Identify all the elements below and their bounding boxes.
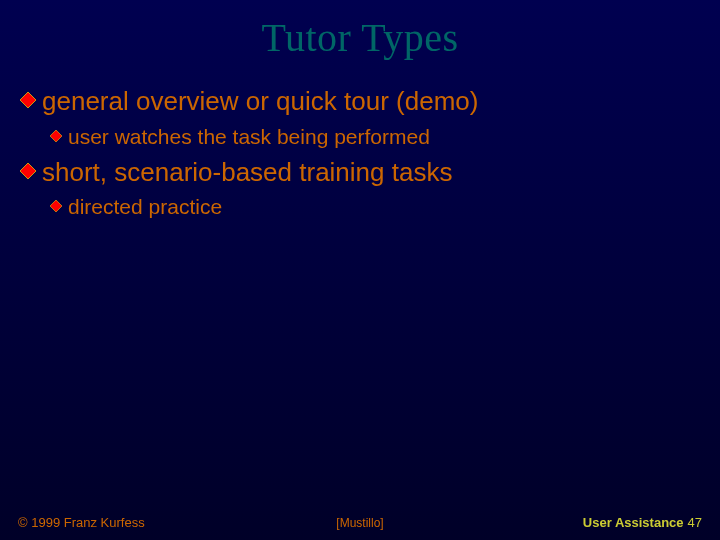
footer-center: [Mustillo] xyxy=(336,516,383,530)
footer-right-label: User Assistance xyxy=(583,515,684,530)
bullet-l2: directed practice xyxy=(50,194,700,220)
slide: Tutor Types general overview or quick to… xyxy=(0,0,720,540)
bullet-text: general overview or quick tour (demo) xyxy=(42,85,478,118)
diamond-icon xyxy=(50,130,62,142)
diamond-icon xyxy=(50,200,62,212)
svg-marker-0 xyxy=(20,92,36,108)
footer-right: User Assistance47 xyxy=(583,515,702,530)
diamond-icon xyxy=(20,92,36,108)
bullet-text: directed practice xyxy=(68,194,222,220)
slide-title: Tutor Types xyxy=(0,0,720,61)
svg-marker-6 xyxy=(50,200,62,212)
slide-body: general overview or quick tour (demo) us… xyxy=(0,61,720,221)
slide-footer: © 1999 Franz Kurfess [Mustillo] User Ass… xyxy=(0,515,720,530)
footer-left: © 1999 Franz Kurfess xyxy=(18,515,145,530)
svg-marker-2 xyxy=(50,130,62,142)
bullet-text: short, scenario-based training tasks xyxy=(42,156,452,189)
bullet-text: user watches the task being performed xyxy=(68,124,430,150)
bullet-l2: user watches the task being performed xyxy=(50,124,700,150)
bullet-l1: general overview or quick tour (demo) xyxy=(20,85,700,118)
bullet-l1: short, scenario-based training tasks xyxy=(20,156,700,189)
footer-page: 47 xyxy=(688,515,702,530)
diamond-icon xyxy=(20,163,36,179)
svg-marker-4 xyxy=(20,163,36,179)
